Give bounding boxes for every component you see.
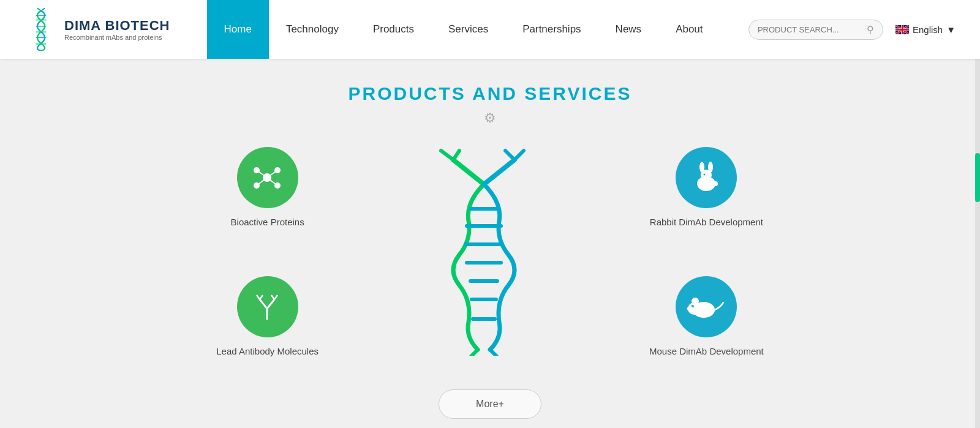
svg-point-48 <box>687 307 690 310</box>
header: DIMA BIOTECH Recombinant mAbs and protei… <box>0 0 980 59</box>
svg-line-28 <box>453 151 459 160</box>
dropdown-arrow: ▼ <box>946 24 956 35</box>
logo-text: DIMA BIOTECH Recombinant mAbs and protei… <box>64 18 170 41</box>
product-lead-antibody[interactable]: Lead Antibody Molecules <box>216 276 318 356</box>
bioactive-proteins-icon <box>237 147 298 208</box>
svg-line-6 <box>37 8 42 11</box>
svg-line-20 <box>267 299 274 309</box>
nav-partnerships[interactable]: Partnerships <box>505 0 598 59</box>
section-title: PRODUCTS AND SERVICES <box>0 83 980 104</box>
svg-line-29 <box>505 151 514 160</box>
logo-name: DIMA BIOTECH <box>64 18 170 34</box>
language-label: English <box>913 24 943 35</box>
lead-antibody-icon <box>237 276 298 337</box>
language-selector[interactable]: English ▼ <box>895 24 956 35</box>
gear-icon: ⚙ <box>0 110 980 126</box>
svg-line-25 <box>453 160 484 184</box>
main-content: PRODUCTS AND SERVICES ⚙ <box>0 59 980 428</box>
bioactive-proteins-label: Bioactive Proteins <box>231 217 304 227</box>
nav-news[interactable]: News <box>598 0 659 59</box>
rabbit-svg <box>688 159 725 196</box>
left-column: Bioactive Proteins <box>216 147 318 356</box>
scrollbar-thumb[interactable] <box>975 153 980 202</box>
svg-point-43 <box>708 162 713 173</box>
svg-line-27 <box>441 151 453 160</box>
search-box[interactable]: ⚲ <box>748 20 883 40</box>
nav-home[interactable]: Home <box>207 0 269 59</box>
mouse-svg <box>687 290 726 324</box>
section-title-area: PRODUCTS AND SERVICES <box>0 83 980 104</box>
rabbit-dimab-label: Rabbit DimAb Development <box>650 217 763 227</box>
center-dna <box>392 145 576 359</box>
more-button[interactable]: More+ <box>439 389 541 419</box>
svg-point-45 <box>713 181 718 186</box>
nav-about[interactable]: About <box>658 0 720 59</box>
svg-line-19 <box>260 299 267 309</box>
mouse-dimab-label: Mouse DimAb Development <box>649 346 764 356</box>
nav-products[interactable]: Products <box>356 0 431 59</box>
products-grid: Bioactive Proteins <box>0 145 980 359</box>
product-rabbit-dimab[interactable]: Rabbit DimAb Development <box>649 147 764 227</box>
svg-line-7 <box>41 8 45 11</box>
molecules-svg <box>251 161 284 195</box>
svg-point-44 <box>704 174 706 176</box>
svg-line-30 <box>514 151 524 160</box>
logo-svg <box>24 8 58 51</box>
main-nav: Home Technology Products Services Partne… <box>207 0 748 59</box>
logo[interactable]: DIMA BIOTECH Recombinant mAbs and protei… <box>24 8 170 51</box>
nav-services[interactable]: Services <box>431 0 505 59</box>
logo-subtitle: Recombinant mAbs and proteins <box>64 34 170 41</box>
mouse-dimab-icon <box>676 276 737 337</box>
dna-center-svg <box>398 148 570 356</box>
svg-line-26 <box>484 160 514 184</box>
svg-line-39 <box>490 350 499 356</box>
rabbit-dimab-icon <box>676 147 737 208</box>
svg-point-42 <box>699 162 704 173</box>
right-column: Rabbit DimAb Development <box>649 147 764 356</box>
svg-line-24 <box>274 295 277 299</box>
product-mouse-dimab[interactable]: Mouse DimAb Development <box>649 276 764 356</box>
search-input[interactable] <box>758 25 867 34</box>
svg-line-38 <box>469 350 478 356</box>
lead-antibody-label: Lead Antibody Molecules <box>216 346 318 356</box>
flag-icon <box>895 25 909 34</box>
svg-point-50 <box>692 298 699 305</box>
header-right: ⚲ English ▼ <box>748 20 956 40</box>
scrollbar-track[interactable] <box>975 0 980 428</box>
search-icon[interactable]: ⚲ <box>867 24 874 36</box>
svg-point-49 <box>692 305 694 307</box>
nav-technology[interactable]: Technology <box>269 0 356 59</box>
antibody-svg <box>251 290 284 324</box>
more-btn-area: More+ <box>0 389 980 419</box>
svg-line-22 <box>260 295 263 299</box>
product-bioactive-proteins[interactable]: Bioactive Proteins <box>216 147 318 227</box>
